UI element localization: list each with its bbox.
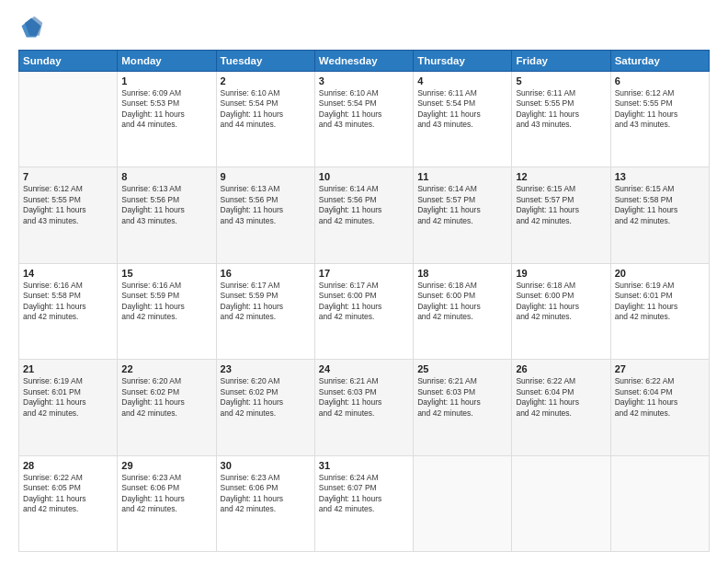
week-row-2: 7Sunrise: 6:12 AMSunset: 5:55 PMDaylight… xyxy=(19,167,710,263)
calendar-cell: 13Sunrise: 6:15 AMSunset: 5:58 PMDayligh… xyxy=(610,167,709,263)
weekday-header-friday: Friday xyxy=(512,51,610,72)
cell-info: Sunrise: 6:19 AMSunset: 6:01 PMDaylight:… xyxy=(23,376,113,419)
day-number: 14 xyxy=(23,268,113,279)
cell-info: Sunrise: 6:09 AMSunset: 5:53 PMDaylight:… xyxy=(121,88,211,131)
cell-info: Sunrise: 6:23 AMSunset: 6:06 PMDaylight:… xyxy=(221,473,311,515)
header xyxy=(18,15,710,40)
day-number: 30 xyxy=(221,460,311,471)
calendar-cell: 22Sunrise: 6:20 AMSunset: 6:02 PMDayligh… xyxy=(118,360,216,455)
day-number: 12 xyxy=(516,171,606,182)
cell-info: Sunrise: 6:10 AMSunset: 5:54 PMDaylight:… xyxy=(221,88,311,131)
cell-info: Sunrise: 6:18 AMSunset: 6:00 PMDaylight:… xyxy=(516,281,606,323)
calendar-table: SundayMondayTuesdayWednesdayThursdayFrid… xyxy=(18,50,710,552)
day-number: 4 xyxy=(417,75,507,86)
cell-info: Sunrise: 6:16 AMSunset: 5:58 PMDaylight:… xyxy=(23,281,113,323)
day-number: 10 xyxy=(319,171,409,182)
calendar-cell: 2Sunrise: 6:10 AMSunset: 5:54 PMDaylight… xyxy=(216,72,314,167)
calendar-cell: 20Sunrise: 6:19 AMSunset: 6:01 PMDayligh… xyxy=(610,263,709,359)
day-number: 24 xyxy=(319,363,409,374)
calendar-cell: 29Sunrise: 6:23 AMSunset: 6:06 PMDayligh… xyxy=(118,455,216,551)
cell-info: Sunrise: 6:17 AMSunset: 6:00 PMDaylight:… xyxy=(319,281,409,323)
calendar-cell: 5Sunrise: 6:11 AMSunset: 5:55 PMDaylight… xyxy=(512,72,610,167)
cell-info: Sunrise: 6:22 AMSunset: 6:04 PMDaylight:… xyxy=(615,376,705,419)
cell-info: Sunrise: 6:21 AMSunset: 6:03 PMDaylight:… xyxy=(319,376,409,419)
calendar-cell xyxy=(19,72,118,167)
cell-info: Sunrise: 6:12 AMSunset: 5:55 PMDaylight:… xyxy=(615,88,705,131)
calendar-cell: 1Sunrise: 6:09 AMSunset: 5:53 PMDaylight… xyxy=(118,72,216,167)
cell-info: Sunrise: 6:11 AMSunset: 5:55 PMDaylight:… xyxy=(516,88,606,131)
cell-info: Sunrise: 6:10 AMSunset: 5:54 PMDaylight:… xyxy=(319,88,409,131)
day-number: 13 xyxy=(615,171,705,182)
weekday-header-saturday: Saturday xyxy=(610,51,709,72)
calendar-cell: 17Sunrise: 6:17 AMSunset: 6:00 PMDayligh… xyxy=(314,263,413,359)
calendar-cell: 16Sunrise: 6:17 AMSunset: 5:59 PMDayligh… xyxy=(216,263,314,359)
cell-info: Sunrise: 6:23 AMSunset: 6:06 PMDaylight:… xyxy=(121,473,211,515)
calendar-cell: 11Sunrise: 6:14 AMSunset: 5:57 PMDayligh… xyxy=(414,167,512,263)
cell-info: Sunrise: 6:15 AMSunset: 5:58 PMDaylight:… xyxy=(615,184,705,226)
calendar-cell xyxy=(414,455,512,551)
day-number: 6 xyxy=(615,75,705,86)
logo-icon xyxy=(18,15,44,40)
day-number: 17 xyxy=(319,268,409,279)
week-row-4: 21Sunrise: 6:19 AMSunset: 6:01 PMDayligh… xyxy=(19,360,710,455)
cell-info: Sunrise: 6:22 AMSunset: 6:05 PMDaylight:… xyxy=(23,473,113,515)
calendar-cell: 21Sunrise: 6:19 AMSunset: 6:01 PMDayligh… xyxy=(19,360,118,455)
day-number: 15 xyxy=(121,268,211,279)
day-number: 21 xyxy=(23,363,113,374)
cell-info: Sunrise: 6:12 AMSunset: 5:55 PMDaylight:… xyxy=(23,184,113,226)
calendar-cell: 9Sunrise: 6:13 AMSunset: 5:56 PMDaylight… xyxy=(216,167,314,263)
day-number: 7 xyxy=(23,171,113,182)
cell-info: Sunrise: 6:16 AMSunset: 5:59 PMDaylight:… xyxy=(121,281,211,323)
day-number: 9 xyxy=(221,171,311,182)
day-number: 5 xyxy=(516,75,606,86)
calendar-cell: 14Sunrise: 6:16 AMSunset: 5:58 PMDayligh… xyxy=(19,263,118,359)
cell-info: Sunrise: 6:13 AMSunset: 5:56 PMDaylight:… xyxy=(221,184,311,226)
day-number: 11 xyxy=(417,171,507,182)
calendar-cell: 28Sunrise: 6:22 AMSunset: 6:05 PMDayligh… xyxy=(19,455,118,551)
day-number: 28 xyxy=(23,460,113,471)
cell-info: Sunrise: 6:13 AMSunset: 5:56 PMDaylight:… xyxy=(121,184,211,226)
cell-info: Sunrise: 6:11 AMSunset: 5:54 PMDaylight:… xyxy=(417,88,507,131)
page: SundayMondayTuesdayWednesdayThursdayFrid… xyxy=(0,0,728,563)
calendar-cell: 3Sunrise: 6:10 AMSunset: 5:54 PMDaylight… xyxy=(314,72,413,167)
calendar-cell: 7Sunrise: 6:12 AMSunset: 5:55 PMDaylight… xyxy=(19,167,118,263)
cell-info: Sunrise: 6:17 AMSunset: 5:59 PMDaylight:… xyxy=(221,281,311,323)
cell-info: Sunrise: 6:20 AMSunset: 6:02 PMDaylight:… xyxy=(221,376,311,419)
calendar-cell: 24Sunrise: 6:21 AMSunset: 6:03 PMDayligh… xyxy=(314,360,413,455)
cell-info: Sunrise: 6:18 AMSunset: 6:00 PMDaylight:… xyxy=(417,281,507,323)
cell-info: Sunrise: 6:14 AMSunset: 5:57 PMDaylight:… xyxy=(417,184,507,226)
day-number: 3 xyxy=(319,75,409,86)
weekday-header-row: SundayMondayTuesdayWednesdayThursdayFrid… xyxy=(19,51,710,72)
day-number: 20 xyxy=(615,268,705,279)
weekday-header-tuesday: Tuesday xyxy=(216,51,314,72)
calendar-cell: 4Sunrise: 6:11 AMSunset: 5:54 PMDaylight… xyxy=(414,72,512,167)
day-number: 27 xyxy=(615,363,705,374)
day-number: 22 xyxy=(121,363,211,374)
day-number: 26 xyxy=(516,363,606,374)
day-number: 1 xyxy=(121,75,211,86)
calendar-cell: 19Sunrise: 6:18 AMSunset: 6:00 PMDayligh… xyxy=(512,263,610,359)
calendar-cell: 25Sunrise: 6:21 AMSunset: 6:03 PMDayligh… xyxy=(414,360,512,455)
week-row-5: 28Sunrise: 6:22 AMSunset: 6:05 PMDayligh… xyxy=(19,455,710,551)
calendar-cell: 15Sunrise: 6:16 AMSunset: 5:59 PMDayligh… xyxy=(118,263,216,359)
cell-info: Sunrise: 6:20 AMSunset: 6:02 PMDaylight:… xyxy=(121,376,211,419)
calendar-cell: 6Sunrise: 6:12 AMSunset: 5:55 PMDaylight… xyxy=(610,72,709,167)
day-number: 29 xyxy=(121,460,211,471)
calendar-cell xyxy=(512,455,610,551)
calendar-cell: 18Sunrise: 6:18 AMSunset: 6:00 PMDayligh… xyxy=(414,263,512,359)
calendar-cell xyxy=(610,455,709,551)
calendar-cell: 12Sunrise: 6:15 AMSunset: 5:57 PMDayligh… xyxy=(512,167,610,263)
cell-info: Sunrise: 6:14 AMSunset: 5:56 PMDaylight:… xyxy=(319,184,409,226)
calendar-cell: 27Sunrise: 6:22 AMSunset: 6:04 PMDayligh… xyxy=(610,360,709,455)
calendar-cell: 26Sunrise: 6:22 AMSunset: 6:04 PMDayligh… xyxy=(512,360,610,455)
cell-info: Sunrise: 6:21 AMSunset: 6:03 PMDaylight:… xyxy=(417,376,507,419)
calendar-cell: 31Sunrise: 6:24 AMSunset: 6:07 PMDayligh… xyxy=(314,455,413,551)
day-number: 23 xyxy=(221,363,311,374)
weekday-header-monday: Monday xyxy=(118,51,216,72)
day-number: 18 xyxy=(417,268,507,279)
weekday-header-sunday: Sunday xyxy=(19,51,118,72)
logo xyxy=(18,15,48,40)
cell-info: Sunrise: 6:24 AMSunset: 6:07 PMDaylight:… xyxy=(319,473,409,515)
cell-info: Sunrise: 6:15 AMSunset: 5:57 PMDaylight:… xyxy=(516,184,606,226)
weekday-header-thursday: Thursday xyxy=(414,51,512,72)
